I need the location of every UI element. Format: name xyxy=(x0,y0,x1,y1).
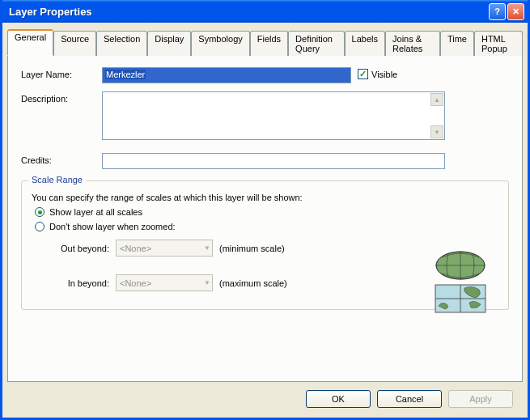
apply-button[interactable]: Apply xyxy=(448,390,513,408)
scale-range-legend: Scale Range xyxy=(28,175,86,185)
scroll-down-icon[interactable]: ▼ xyxy=(430,125,443,138)
credits-input[interactable] xyxy=(102,153,445,169)
layer-name-value: Merkezler xyxy=(105,70,146,79)
scale-illustration xyxy=(432,249,489,316)
dialog-footer: OK Cancel Apply xyxy=(7,382,523,418)
radio-dont-show-label: Don't show layer when zoomed: xyxy=(49,222,176,231)
in-beyond-hint: (maximum scale) xyxy=(219,278,287,288)
tab-selection[interactable]: Selection xyxy=(96,31,147,56)
radio-icon-unchecked xyxy=(35,222,45,231)
in-beyond-label: In beyond: xyxy=(48,278,116,288)
tab-general[interactable]: General xyxy=(7,29,53,56)
radio-dont-show-zoomed[interactable]: Don't show layer when zoomed: xyxy=(35,222,498,231)
check-icon: ✓ xyxy=(359,70,367,78)
ok-button[interactable]: OK xyxy=(306,390,371,408)
out-beyond-label: Out beyond: xyxy=(48,244,116,253)
radio-icon-checked xyxy=(35,207,45,217)
scale-range-fieldset: Scale Range You can specify the range of… xyxy=(21,180,509,310)
close-button[interactable]: ✕ xyxy=(507,3,524,20)
radio-show-all-label: Show layer at all scales xyxy=(49,207,142,217)
tab-display[interactable]: Display xyxy=(147,31,191,56)
scroll-up-icon[interactable]: ▲ xyxy=(430,93,443,106)
tab-fields[interactable]: Fields xyxy=(250,31,288,56)
globe-icon xyxy=(432,249,489,314)
tab-labels[interactable]: Labels xyxy=(345,31,385,56)
chevron-down-icon: ▼ xyxy=(204,279,210,286)
tab-html-popup[interactable]: HTML Popup xyxy=(474,31,523,56)
tab-source[interactable]: Source xyxy=(53,31,96,56)
chevron-down-icon: ▼ xyxy=(204,244,210,252)
content-area: General Source Selection Display Symbolo… xyxy=(2,23,528,418)
visible-label: Visible xyxy=(371,70,397,79)
help-icon: ? xyxy=(494,6,500,16)
out-beyond-value: <None> xyxy=(120,244,151,253)
description-label: Description: xyxy=(21,91,102,104)
out-beyond-hint: (minimum scale) xyxy=(219,244,285,253)
tab-time[interactable]: Time xyxy=(440,31,474,56)
in-beyond-combo[interactable]: <None> ▼ xyxy=(116,274,213,291)
layer-name-input[interactable]: Merkezler xyxy=(102,67,351,83)
tab-symbology[interactable]: Symbology xyxy=(191,31,249,56)
titlebar-text: Layer Properties xyxy=(9,6,487,18)
description-textarea[interactable]: ▲ ▼ xyxy=(102,91,445,140)
dialog-window: Layer Properties ? ✕ General Source Sele… xyxy=(0,0,530,420)
cancel-button[interactable]: Cancel xyxy=(377,390,442,408)
tab-panel-general: Layer Name: Merkezler ✓ Visible Descript… xyxy=(7,55,523,382)
description-scrollbar[interactable]: ▲ ▼ xyxy=(430,93,443,138)
tab-joins-relates[interactable]: Joins & Relates xyxy=(385,31,440,56)
layer-name-label: Layer Name: xyxy=(21,67,102,79)
tab-definition-query[interactable]: Definition Query xyxy=(288,31,344,56)
tab-strip: General Source Selection Display Symbolo… xyxy=(7,29,523,56)
help-button[interactable]: ? xyxy=(489,3,506,20)
radio-show-all-scales[interactable]: Show layer at all scales xyxy=(35,207,498,217)
titlebar[interactable]: Layer Properties ? ✕ xyxy=(2,0,528,23)
close-icon: ✕ xyxy=(512,6,519,17)
checkbox-box: ✓ xyxy=(358,69,368,79)
visible-checkbox[interactable]: ✓ Visible xyxy=(358,69,397,79)
scale-range-intro: You can specify the range of scales at w… xyxy=(32,193,498,202)
out-beyond-combo[interactable]: <None> ▼ xyxy=(116,240,213,257)
in-beyond-value: <None> xyxy=(120,278,151,288)
credits-label: Credits: xyxy=(21,153,102,165)
